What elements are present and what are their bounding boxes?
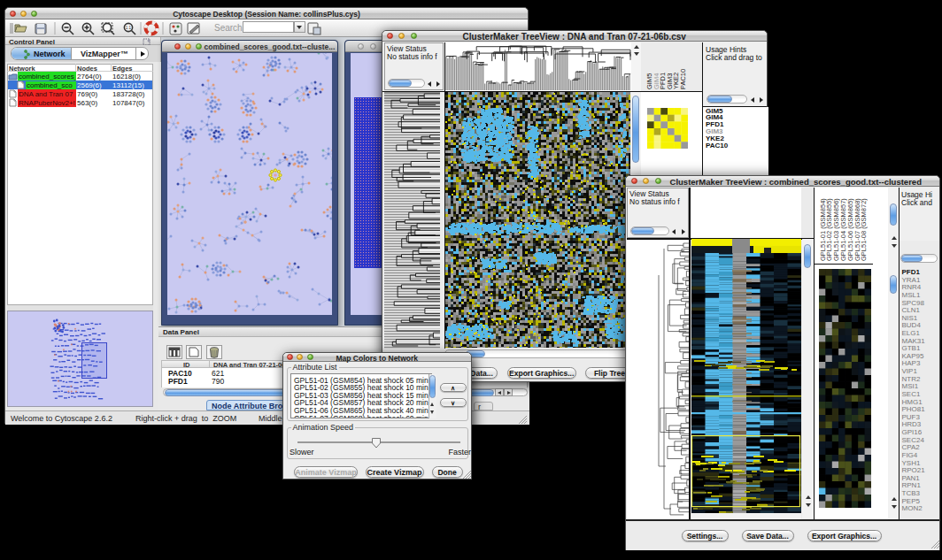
svg-text:1:1: 1:1: [126, 26, 132, 30]
